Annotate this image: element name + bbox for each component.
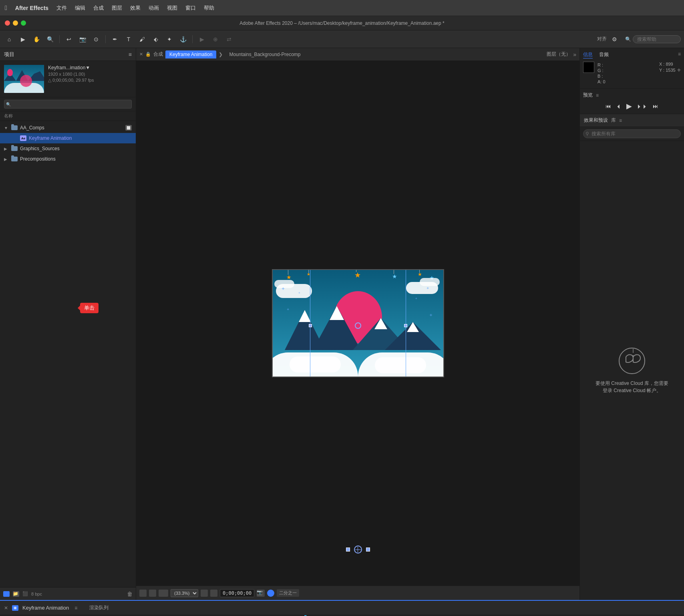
menubar:  After Effects 文件 编辑 合成 图层 效果 动画 视图 窗口 … [0,0,684,16]
menu-compose[interactable]: 合成 [93,4,104,12]
track-tool[interactable]: ⇄ [223,34,235,45]
fit-view-btn[interactable] [201,590,208,597]
cc-logo [618,347,646,375]
eraser-tool[interactable]: ⬖ [150,34,162,45]
menu-view[interactable]: 视图 [167,4,177,12]
comp-view-btn[interactable] [159,590,168,597]
separator-1 [59,35,60,43]
new-comp-icon[interactable] [3,591,10,597]
zoom-tool[interactable]: 🔍 [44,34,56,45]
render-icon-btn[interactable]: ⬛ [22,591,28,596]
effects-search-input[interactable] [583,129,681,138]
tree-item-aa-comps[interactable]: ▼ AA_Comps ⬜ [0,123,136,133]
comp-tab-inactive[interactable]: Mountains_Background-Precomp [225,50,304,58]
hand-tool[interactable]: ✋ [30,34,42,45]
timeline-close-btn[interactable]: ✕ [4,605,8,611]
comp-settings-btn[interactable] [139,590,147,597]
effects-menu-icon[interactable]: ≡ [619,118,622,123]
orbit-tool[interactable]: ⊙ [90,34,102,45]
plus-icon[interactable]: + [677,66,681,74]
close-button[interactable] [5,20,10,26]
label-b: B : [597,74,603,79]
menu-layer[interactable]: 图层 [112,4,122,12]
svg-point-10 [632,355,634,357]
info-row-r: R : [597,62,656,67]
window-controls [5,20,26,26]
help-search-input[interactable] [633,35,681,43]
brush-tool[interactable]: 🖌 [136,34,148,45]
align-settings[interactable]: ⚙ [608,34,620,45]
comp-transparent-btn[interactable] [149,590,156,597]
mountains-svg [273,298,443,350]
quality-select[interactable]: 二分之一 [277,589,299,597]
bottom-clouds [273,348,443,376]
info-tab-audio[interactable]: 音频 [599,51,609,58]
info-menu-icon[interactable]: ≡ [678,51,681,58]
project-menu-icon[interactable]: ≡ [129,51,132,58]
preview-last-btn[interactable]: ⏭ [653,103,658,109]
menu-file[interactable]: 文件 [56,4,67,12]
preview-first-btn[interactable]: ⏮ [606,103,611,109]
comp-header: ✕ 🔒 合成 Keyframe Animation ❯ Mountains_Ba… [136,48,579,61]
rotate-tool[interactable]: ↩ [63,34,75,45]
titlebar: Adobe After Effects 2020 – /Users/mac/De… [0,16,684,30]
search-icon: 🔍 [625,36,631,42]
menu-edit[interactable]: 编辑 [75,4,85,12]
home-button[interactable]: ⌂ [3,34,15,45]
comp-more-btn[interactable]: » [573,51,576,58]
project-search-input[interactable] [4,100,132,109]
effects-lib-label[interactable]: 库 [611,117,616,124]
menu-help[interactable]: 帮助 [204,4,214,12]
bg-star-2: ✦ [298,291,301,295]
label-a: A: 0 [597,79,606,84]
tree-item-graphics[interactable]: ▶ Graphics_Sources [0,143,136,154]
project-panel: 项目 ≡ Keyfram...imation▼ 1920 x 1080 (1.0… [0,48,136,600]
comp-panel: ✕ 🔒 合成 Keyframe Animation ❯ Mountains_Ba… [136,48,580,600]
snapshot-btn[interactable]: 📷 [257,590,265,597]
preview-next-btn[interactable]: ⏵⏵ [637,103,648,109]
text-tool[interactable]: T [123,34,135,45]
trash-icon[interactable]: 🗑 [127,591,133,597]
comp-close-btn[interactable]: ✕ [139,52,143,57]
shape-tool[interactable]: ▶ [196,34,208,45]
anchor-tool[interactable]: ⊕ [209,34,221,45]
hanging-star-3: ★ [354,271,361,280]
selection-tool[interactable]: ▶ [17,34,29,45]
cc-logo-svg [618,347,646,375]
folder-type-icon: ⬜ [125,125,132,131]
tree-item-precomp[interactable]: ▶ Precompositions [0,154,136,164]
svg-marker-5 [330,306,344,320]
menu-effect[interactable]: 效果 [130,4,141,12]
pen-tool[interactable]: ✒ [109,34,121,45]
comp-tab-active[interactable]: Keyframe Animation [165,50,216,58]
menu-animate[interactable]: 动画 [149,4,159,12]
preview-menu-icon[interactable]: ≡ [596,93,599,98]
apple-menu[interactable]:  [5,4,7,12]
zoom-select[interactable]: (33.3%) [171,589,198,597]
menu-window[interactable]: 窗口 [185,4,196,12]
stamp-tool[interactable]: ✦ [163,34,175,45]
folder-icon-btn[interactable]: 📁 [13,591,19,597]
timeline-menu-icon[interactable]: ≡ [74,605,77,611]
color-pick-btn[interactable] [267,590,274,597]
window-title: Adobe After Effects 2020 – /Users/mac/De… [239,20,444,26]
folder-label-2: Graphics_Sources [20,146,60,151]
timeline-render-queue[interactable]: 渲染队列 [89,604,109,611]
zoom-button[interactable] [21,20,26,26]
preview-play-btn[interactable]: ▶ [626,102,632,111]
timecode-display[interactable]: 0;00;00;00 [220,589,254,597]
camera-tool[interactable]: 📷 [76,34,89,45]
puppet-tool[interactable]: ⚓ [177,34,189,45]
effects-search-wrap [583,129,681,138]
safe-zone-btn[interactable] [210,590,217,597]
folder-icon [11,125,18,130]
tree-item-keyframe-anim[interactable]: ▶ Ae Keyframe Animation [0,133,136,143]
effects-header: 效果和预设 库 ≡ [580,114,684,127]
info-tab-info[interactable]: 信息 [583,51,593,58]
label-r: R : [597,62,603,67]
minimize-button[interactable] [13,20,18,26]
search-section: 🔍 [625,35,681,43]
separator-3 [192,35,193,43]
cc-text-line1: 要使用 Creative Cloud 库，您需要 [595,380,668,387]
preview-prev-btn[interactable]: ⏴ [616,103,622,109]
